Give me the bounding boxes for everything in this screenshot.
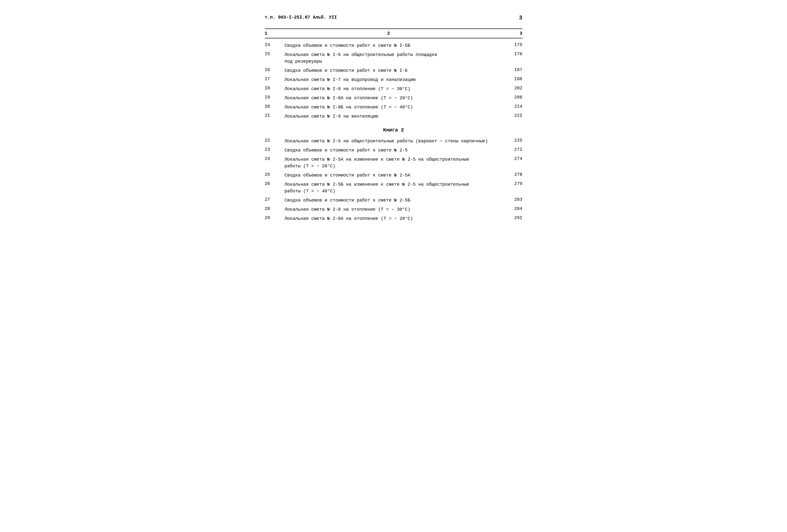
- table-row: 25Сводка объемов и стоимости работ к сме…: [265, 172, 523, 179]
- row-number: 23: [265, 147, 285, 152]
- row-number: I4: [265, 42, 285, 47]
- row-page: 22I: [493, 113, 523, 118]
- row-page: 278: [493, 172, 523, 177]
- table-row: 28Локальная смета № 2-8 на отопление (Т …: [265, 206, 523, 213]
- page-header: т.п. 903-I-25I.87 Альб. УII 3: [265, 15, 523, 21]
- document-reference: т.п. 903-I-25I.87 Альб. УII: [265, 15, 337, 20]
- row-description: Локальная смета № I-7 на водопровод и ка…: [285, 76, 493, 83]
- table-header: 1 2 3: [265, 28, 523, 38]
- table-row: I9Локальная смета № I-8А на отопление (Т…: [265, 95, 523, 102]
- row-description: Локальная смета № I-6 на общестроительны…: [285, 51, 493, 65]
- page-number: 3: [519, 15, 522, 21]
- row-page: I87: [493, 67, 523, 72]
- row-description: Сводка объемов и стоимости работ к смете…: [285, 67, 493, 74]
- row-page: 283: [493, 197, 523, 202]
- table-row: I5Локальная смета № I-6 на общестроитель…: [265, 51, 523, 65]
- row-page: I88: [493, 76, 523, 82]
- row-description: Локальная смета № I-9 на вентиляцию: [285, 113, 493, 120]
- row-number: 24: [265, 156, 285, 161]
- row-description: Сводка объемов и стоимости работ к смете…: [285, 172, 493, 179]
- row-number: 2I: [265, 113, 285, 118]
- row-number: 27: [265, 197, 285, 202]
- row-number: 20: [265, 104, 285, 109]
- row-description: Сводка объемов и стоимости работ к смете…: [285, 197, 493, 204]
- table-body-2: 22Локальная смета № 2-5 на общестроитель…: [265, 138, 523, 222]
- row-page: 29I: [493, 215, 523, 220]
- row-number: I5: [265, 51, 285, 57]
- row-page: 274: [493, 156, 523, 161]
- row-number: I9: [265, 95, 285, 100]
- row-number: 29: [265, 215, 285, 220]
- row-number: 28: [265, 206, 285, 211]
- row-number: I8: [265, 86, 285, 91]
- row-description: Сводка объемов и стоимости работ к смете…: [285, 42, 493, 49]
- row-number: 22: [265, 138, 285, 143]
- section2-title: Книга 2: [265, 127, 523, 133]
- row-number: 26: [265, 181, 285, 186]
- table-row: 23Сводка объемов и стоимости работ к сме…: [265, 147, 523, 154]
- header-col1: 1: [265, 31, 285, 36]
- row-number: 25: [265, 172, 285, 177]
- row-number: I6: [265, 67, 285, 72]
- row-page: 279: [493, 181, 523, 186]
- table-row: 27Сводка объемов и стоимости работ к сме…: [265, 197, 523, 204]
- row-description: Локальная смета № I-8 на отопление (Т = …: [285, 86, 493, 92]
- row-description: Сводка объемов и стоимости работ к смете…: [285, 147, 493, 154]
- table-row: 26Локальная смета № 2-5Б на изменение к …: [265, 181, 523, 195]
- row-page: 272: [493, 147, 523, 152]
- row-description: Локальная смета № 2-5 на общестроительны…: [285, 138, 493, 145]
- row-page: 2I4: [493, 104, 523, 109]
- table-row: 24Локальная смета № 2-5А на изменение к …: [265, 156, 523, 170]
- row-page: 284: [493, 206, 523, 211]
- table-row: 22Локальная смета № 2-5 на общестроитель…: [265, 138, 523, 145]
- table-row: 2IЛокальная смета № I-9 на вентиляцию22I: [265, 113, 523, 120]
- row-description: Локальная смета № 2-8 на отопление (Т = …: [285, 206, 493, 213]
- table-row: I4Сводка объемов и стоимости работ к сме…: [265, 42, 523, 49]
- table-row: I6Сводка объемов и стоимости работ к сме…: [265, 67, 523, 74]
- header-col2: 2: [285, 31, 493, 36]
- row-description: Локальная смета № 2-8А на отопление (Т =…: [285, 215, 493, 222]
- row-description: Локальная смета № 2-5А на изменение к см…: [285, 156, 493, 170]
- table-row: 29Локальная смета № 2-8А на отопление (Т…: [265, 215, 523, 222]
- row-description: Локальная смета № I-8А на отопление (Т =…: [285, 95, 493, 102]
- row-page: I75: [493, 42, 523, 47]
- table-row: I7Локальная смета № I-7 на водопровод и …: [265, 76, 523, 83]
- header-col3: 3: [493, 31, 523, 36]
- row-page: 202: [493, 86, 523, 91]
- table-body: I4Сводка объемов и стоимости работ к сме…: [265, 42, 523, 120]
- table-row: I8Локальная смета № I-8 на отопление (Т …: [265, 86, 523, 92]
- row-description: Локальная смета № I-8Б на отопление (Т =…: [285, 104, 493, 111]
- table-row: 20Локальная смета № I-8Б на отопление (Т…: [265, 104, 523, 111]
- row-page: 225: [493, 138, 523, 143]
- row-page: I76: [493, 51, 523, 57]
- row-number: I7: [265, 76, 285, 82]
- row-description: Локальная смета № 2-5Б на изменение к см…: [285, 181, 493, 195]
- row-page: 208: [493, 95, 523, 100]
